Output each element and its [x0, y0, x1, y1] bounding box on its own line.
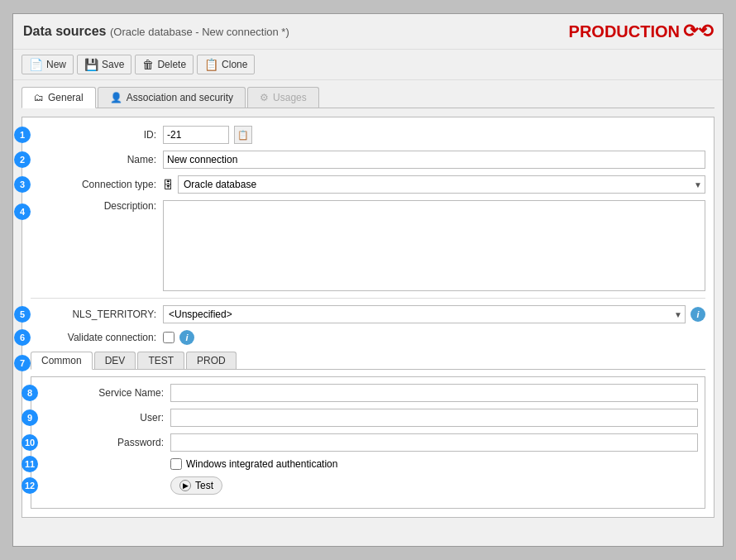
association-tab-label: Association and security: [127, 92, 233, 103]
sub-tab-dev[interactable]: DEV: [94, 352, 136, 369]
main-tabs: 🗂 General 👤 Association and security ⚙ U…: [22, 87, 714, 108]
test-button[interactable]: ▶ Test: [170, 476, 222, 495]
production-badge: PRODUCTION ⟳⟲: [569, 21, 713, 42]
association-tab-icon: 👤: [110, 92, 122, 103]
service-name-input[interactable]: [170, 384, 698, 402]
validate-row: 6 Validate connection: i: [31, 330, 705, 345]
id-copy-button[interactable]: 📋: [234, 126, 252, 144]
badge-12: 12: [22, 477, 38, 494]
password-label: Password:: [63, 437, 170, 448]
validate-label: Validate connection:: [55, 332, 163, 343]
id-row: 1 ID: 📋: [31, 126, 705, 144]
badge-2: 2: [14, 151, 31, 168]
app-subtitle: (Oracle database - New connection *): [110, 26, 289, 38]
nls-label: NLS_TERRITORY:: [55, 309, 163, 320]
name-row: 2 Name:: [31, 151, 705, 169]
infinity-icon: ⟳⟲: [683, 21, 713, 42]
nls-info-icon[interactable]: i: [691, 307, 705, 322]
usages-tab-label: Usages: [273, 92, 307, 103]
connection-type-wrapper: 🗄 Oracle database ▼: [163, 175, 705, 194]
password-input[interactable]: [170, 433, 698, 452]
description-label: Description:: [55, 200, 163, 212]
section-divider: [31, 298, 705, 299]
window-title: Data sources (Oracle database - New conn…: [23, 24, 289, 39]
app-title: Data sources: [23, 24, 107, 38]
id-input[interactable]: [163, 126, 229, 144]
title-bar: Data sources (Oracle database - New conn…: [13, 14, 723, 50]
tab-association[interactable]: 👤 Association and security: [98, 87, 246, 108]
delete-button[interactable]: 🗑 Delete: [135, 55, 194, 74]
badge-9: 9: [22, 409, 38, 426]
sub-tab-test-label: TEST: [148, 355, 174, 366]
badge-3: 3: [14, 176, 31, 193]
usages-tab-icon: ⚙: [260, 92, 269, 103]
save-button[interactable]: 💾 Save: [77, 55, 131, 74]
user-input[interactable]: [170, 409, 698, 427]
clone-button[interactable]: 📋 Clone: [197, 55, 255, 74]
clone-icon: 📋: [204, 58, 218, 71]
production-label: PRODUCTION: [569, 22, 680, 41]
validate-checkbox[interactable]: [163, 332, 174, 343]
badge-10: 10: [22, 434, 38, 451]
id-label: ID:: [55, 129, 163, 141]
general-tab-label: General: [48, 92, 84, 103]
general-tab-icon: 🗂: [34, 92, 44, 103]
password-row: 10 Password:: [38, 433, 698, 452]
new-icon: 📄: [29, 58, 43, 71]
main-content: 🗂 General 👤 Association and security ⚙ U…: [13, 80, 723, 546]
windows-auth-label: Windows integrated authentication: [186, 458, 337, 470]
db-icon: 🗄: [163, 179, 174, 191]
connection-type-label: Connection type:: [55, 179, 163, 190]
toolbar: 📄 New 💾 Save 🗑 Delete 📋 Clone: [13, 50, 723, 80]
sub-tab-common-label: Common: [41, 355, 82, 366]
sub-tab-dev-label: DEV: [105, 355, 126, 366]
name-label: Name:: [55, 154, 163, 165]
badge-8: 8: [22, 385, 38, 401]
badge-5: 5: [14, 306, 31, 323]
new-button[interactable]: 📄 New: [22, 55, 74, 74]
form-panel: 1 ID: 📋 2 Name: 3: [22, 117, 714, 518]
sub-tab-prod-label: PROD: [197, 355, 226, 366]
description-row: 4 Description:: [31, 200, 705, 291]
test-label: Test: [195, 480, 213, 491]
nls-select[interactable]: <Unspecified>: [163, 305, 686, 323]
save-icon: 💾: [84, 58, 98, 71]
windows-auth-checkbox[interactable]: [170, 458, 182, 470]
sub-tabs: Common DEV TEST PROD: [31, 352, 705, 370]
id-field-group: 📋: [163, 126, 252, 144]
tab-usages[interactable]: ⚙ Usages: [247, 87, 319, 108]
nls-wrapper: <Unspecified> ▼: [163, 305, 686, 323]
badge-4: 4: [14, 203, 31, 220]
badge-11: 11: [22, 456, 38, 472]
badge-7: 7: [14, 355, 31, 371]
play-icon: ▶: [179, 480, 191, 491]
badge-6: 6: [14, 329, 31, 346]
name-input[interactable]: [163, 151, 705, 169]
nls-row: 5 NLS_TERRITORY: <Unspecified> ▼ i: [31, 305, 705, 323]
delete-icon: 🗑: [142, 58, 154, 71]
windows-auth-row: 11 Windows integrated authentication: [38, 458, 698, 470]
clone-label: Clone: [222, 59, 247, 70]
badge-1: 1: [14, 127, 31, 143]
delete-label: Delete: [157, 59, 186, 70]
connection-type-select[interactable]: Oracle database: [178, 175, 705, 194]
service-name-label: Service Name:: [63, 387, 170, 399]
sub-tab-prod[interactable]: PROD: [186, 352, 237, 369]
new-label: New: [46, 59, 66, 70]
validate-info-icon[interactable]: i: [179, 330, 194, 345]
save-label: Save: [102, 59, 124, 70]
tab-general[interactable]: 🗂 General: [22, 87, 96, 108]
service-name-row: 8 Service Name:: [38, 384, 698, 402]
user-row: 9 User:: [38, 409, 698, 427]
sub-tab-common[interactable]: Common: [31, 352, 93, 370]
user-label: User:: [63, 412, 170, 424]
connection-type-row: 3 Connection type: 🗄 Oracle database ▼: [31, 175, 705, 194]
sub-tab-test[interactable]: TEST: [137, 352, 184, 369]
test-row: 12 ▶ Test: [38, 476, 698, 495]
description-textarea[interactable]: [163, 200, 705, 291]
sub-tab-content: 8 Service Name: 9 User: 10: [31, 376, 705, 509]
